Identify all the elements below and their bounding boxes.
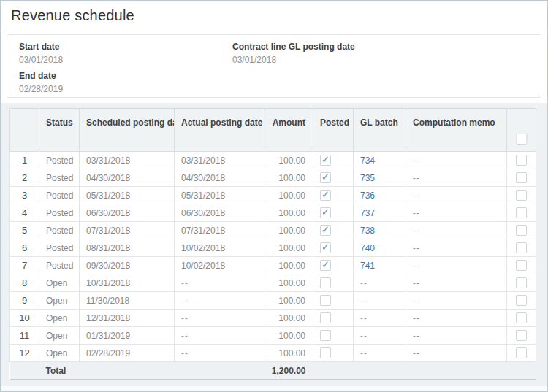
title-bar: Revenue schedule (1, 1, 547, 31)
gl-batch-link[interactable]: 741 (360, 261, 375, 271)
revenue-schedule-table: Status Scheduled posting date Actual pos… (9, 108, 536, 380)
posted-checkbox[interactable] (320, 225, 331, 236)
gl-batch-cell: -- (354, 274, 406, 292)
posted-cell (313, 239, 354, 257)
amount-column-header: Amount (265, 109, 313, 152)
posted-checkbox[interactable] (320, 190, 331, 201)
actual-posting-date-cell: -- (175, 292, 265, 310)
empty-value: -- (181, 296, 189, 306)
posted-cell (313, 292, 354, 310)
select-all-checkbox[interactable] (516, 134, 527, 145)
table-row: 1Posted03/31/201803/31/2018100.00734-- (10, 152, 536, 169)
row-select-checkbox[interactable] (516, 155, 527, 166)
computation-memo-cell: -- (406, 257, 507, 274)
gl-batch-link[interactable]: 736 (360, 191, 375, 201)
scheduled-posting-date-cell: 08/31/2018 (80, 239, 175, 257)
empty-value: -- (181, 331, 189, 341)
row-select-checkbox[interactable] (516, 207, 527, 218)
gl-batch-link[interactable]: 738 (360, 226, 375, 236)
scheduled-posting-date-cell: 05/31/2018 (80, 187, 175, 204)
empty-value: -- (413, 261, 420, 271)
posted-cell (313, 152, 354, 169)
actual-posting-date-cell: 10/02/2018 (175, 257, 265, 274)
start-date-label: Start date (19, 42, 232, 52)
posted-checkbox[interactable] (320, 312, 331, 323)
scheduled-posting-date-cell: 02/28/2019 (80, 345, 175, 362)
select-cell (507, 327, 536, 345)
computation-memo-column-header: Computation memo (406, 109, 507, 152)
table-row: 10Open12/31/2018--100.00---- (10, 310, 536, 327)
row-select-checkbox[interactable] (516, 190, 527, 201)
total-row-spacer (313, 362, 536, 380)
table-row: 12Open02/28/2019--100.00---- (10, 345, 536, 362)
row-number: 11 (10, 327, 39, 345)
row-select-checkbox[interactable] (516, 330, 527, 341)
computation-memo-cell: -- (406, 204, 507, 222)
actual-posting-date-cell: 10/02/2018 (175, 239, 265, 257)
posted-checkbox[interactable] (320, 172, 331, 183)
actual-posting-date-cell: 03/31/2018 (175, 152, 265, 169)
info-panel-left-column: Start date 03/01/2018 End date 02/28/201… (19, 42, 232, 97)
status-cell: Open (39, 327, 80, 345)
actual-posting-date-cell: 04/30/2018 (175, 169, 265, 187)
gl-batch-cell: 734 (354, 152, 406, 169)
posted-checkbox[interactable] (320, 207, 331, 218)
empty-value: -- (181, 348, 189, 358)
posted-checkbox[interactable] (320, 330, 331, 341)
gl-batch-link[interactable]: 740 (360, 243, 375, 253)
scheduled-posting-date-cell: 09/30/2018 (80, 257, 175, 274)
amount-cell: 100.00 (265, 239, 313, 257)
info-panel-area: Start date 03/01/2018 End date 02/28/201… (1, 31, 547, 103)
bottom-strip (1, 386, 547, 391)
select-cell (507, 152, 536, 169)
posted-checkbox[interactable] (320, 260, 331, 271)
posted-checkbox[interactable] (320, 242, 331, 253)
status-cell: Open (39, 345, 80, 362)
posted-checkbox[interactable] (320, 295, 331, 306)
row-select-checkbox[interactable] (516, 277, 527, 288)
status-cell: Posted (39, 169, 80, 187)
gl-batch-column-header: GL batch (354, 109, 406, 152)
gl-batch-cell: 738 (354, 222, 406, 239)
schedule-table-body: 1Posted03/31/201803/31/2018100.00734--2P… (10, 152, 536, 362)
actual-posting-date-cell: 06/30/2018 (175, 204, 265, 222)
row-number: 12 (10, 345, 39, 362)
computation-memo-cell: -- (406, 274, 507, 292)
status-column-header: Status (39, 109, 80, 152)
row-select-checkbox[interactable] (516, 312, 527, 323)
scheduled-posting-date-cell: 04/30/2018 (80, 169, 175, 187)
table-header: Status Scheduled posting date Actual pos… (10, 109, 536, 152)
row-select-checkbox[interactable] (516, 260, 527, 271)
row-select-checkbox[interactable] (516, 225, 527, 236)
table-row: 5Posted07/31/201807/31/2018100.00738-- (10, 222, 536, 239)
gl-batch-cell: 735 (354, 169, 406, 187)
posted-cell (313, 169, 354, 187)
empty-value: -- (413, 313, 420, 323)
row-number-column-header (10, 109, 39, 152)
total-amount: 1,200.00 (265, 362, 313, 380)
select-cell (507, 310, 536, 327)
table-row: 6Posted08/31/201810/02/2018100.00740-- (10, 239, 536, 257)
row-select-checkbox[interactable] (516, 347, 527, 358)
empty-value: -- (360, 331, 368, 341)
posted-cell (313, 187, 354, 204)
start-date-field: Start date 03/01/2018 (19, 42, 232, 65)
posted-checkbox[interactable] (320, 347, 331, 358)
row-select-checkbox[interactable] (516, 242, 527, 253)
gl-batch-link[interactable]: 737 (360, 208, 375, 218)
posted-checkbox[interactable] (320, 277, 331, 288)
gl-batch-link[interactable]: 735 (360, 173, 375, 183)
computation-memo-cell: -- (406, 222, 507, 239)
scheduled-posting-date-cell: 11/30/2018 (80, 292, 175, 310)
end-date-value: 02/28/2019 (19, 84, 232, 94)
row-number: 7 (10, 257, 39, 274)
status-cell: Posted (39, 222, 80, 239)
amount-cell: 100.00 (265, 187, 313, 204)
row-select-checkbox[interactable] (516, 295, 527, 306)
schedule-content: Status Scheduled posting date Actual pos… (1, 103, 547, 386)
gl-batch-link[interactable]: 734 (360, 155, 375, 166)
select-cell (507, 187, 536, 204)
row-select-checkbox[interactable] (516, 172, 527, 183)
empty-value: -- (413, 243, 420, 253)
posted-checkbox[interactable] (320, 155, 331, 166)
